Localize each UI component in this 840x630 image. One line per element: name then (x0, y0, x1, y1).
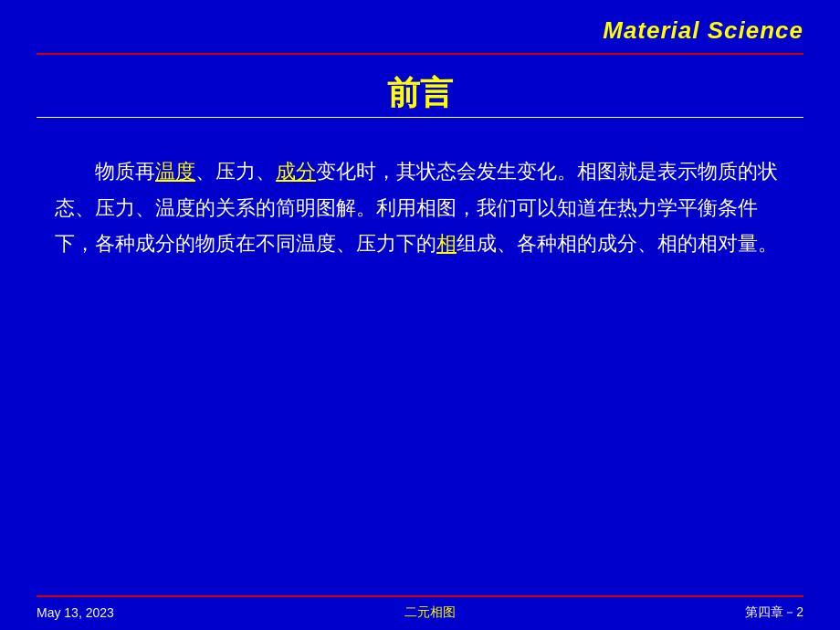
text-end: 组成、各种相的成分、相的相对量。 (457, 232, 778, 255)
page-title: 前言 (0, 62, 840, 116)
footer-page-info: 第四章－2 (745, 604, 803, 621)
text-after-link1: 、压力、 (195, 160, 276, 183)
brand-title: Material Science (603, 16, 803, 45)
text-before-link1: 物质再 (95, 160, 155, 183)
top-red-line (37, 53, 803, 55)
footer-date: May 13, 2023 (37, 605, 114, 620)
content-area: 物质再温度、压力、成分变化时，其状态会发生变化。相图就是表示物质的状态、压力、温… (55, 135, 785, 575)
link-phase: 相 (436, 232, 457, 255)
title-divider (37, 117, 803, 118)
footer-center-text: 二元相图 (404, 604, 456, 621)
footer: May 13, 2023 二元相图 第四章－2 (37, 604, 803, 621)
content-paragraph: 物质再温度、压力、成分变化时，其状态会发生变化。相图就是表示物质的状态、压力、温… (55, 153, 785, 262)
link-composition: 成分 (276, 160, 316, 183)
bottom-red-line (37, 595, 803, 597)
link-temperature: 温度 (155, 160, 195, 183)
